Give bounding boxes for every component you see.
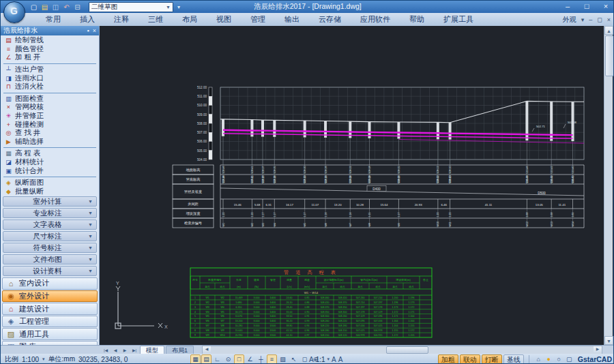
sidebar-item[interactable]: ✳井管修正	[1, 112, 99, 121]
quick-props-icon[interactable]: ◻	[299, 354, 310, 364]
scroll-down-icon[interactable]: ▼	[604, 336, 613, 345]
ribbon-tab-4[interactable]: 三维	[138, 13, 173, 26]
ribbon-tab-9[interactable]: 云存储	[309, 13, 351, 26]
close-button[interactable]: ×	[600, 1, 612, 12]
app-logo-icon[interactable]	[3, 1, 25, 23]
toggle-基线[interactable]: 基线	[503, 354, 524, 364]
horizontal-scrollbar[interactable]: ◀ ▶	[202, 346, 602, 354]
vertical-scrollbar[interactable]: ▲ ▼	[604, 26, 613, 345]
undo-icon[interactable]: ↶	[62, 3, 71, 12]
save-icon[interactable]: ◫	[51, 3, 60, 12]
select-cycling-icon[interactable]: ↖	[289, 354, 299, 364]
mode-button[interactable]: ◈工程管理	[2, 316, 98, 328]
doc-close-button[interactable]: ×	[607, 16, 611, 23]
annotation-visibility-icon[interactable]: A	[332, 356, 336, 363]
ribbon-tab-1[interactable]: 常用	[36, 13, 70, 26]
clean-screen-icon[interactable]: ▢	[565, 355, 574, 364]
toggle-联动[interactable]: 联动	[460, 354, 480, 364]
sidebar-group-尺寸标注[interactable]: 尺寸标注▼	[3, 231, 97, 241]
ribbon-tab-10[interactable]: 应用软件	[351, 13, 400, 26]
new-file-icon[interactable]: ▢	[29, 3, 38, 12]
ribbon-tab-7[interactable]: 管理	[241, 13, 275, 26]
open-file-icon[interactable]: ▤	[40, 3, 49, 12]
layout-nav-icon[interactable]: ◀	[111, 348, 119, 352]
workspace-switch-icon[interactable]: ⌂	[534, 355, 543, 364]
tab-layout1[interactable]: 布局1	[166, 346, 194, 354]
osnap-icon[interactable]: □	[234, 354, 244, 364]
scroll-left-icon[interactable]: ◀	[203, 346, 211, 352]
maximize-button[interactable]: □	[581, 1, 593, 12]
sync-cloud-icon[interactable]: ○	[555, 355, 564, 364]
dyn-input-icon[interactable]: ┼	[256, 354, 266, 364]
workspace-combobox[interactable]: 二维草图 ▼	[89, 2, 173, 12]
transparency-icon[interactable]: ▨	[278, 354, 288, 364]
drawing-canvas[interactable]: 512.00511.00510.00509.00508.00507.00506.…	[100, 26, 605, 345]
sidebar-group-文字表格[interactable]: 文字表格▼	[3, 219, 97, 230]
sidebar-item[interactable]: ◨连雨水口	[1, 74, 99, 82]
toolbar-options-icon[interactable]: ▾	[177, 4, 180, 10]
sidebar-item[interactable]: ▦高 程 表	[1, 149, 99, 158]
annotation-auto-icon[interactable]: A	[338, 356, 343, 363]
mode-button[interactable]: ⌂建筑设计	[2, 303, 98, 315]
mode-button[interactable]: ◉室外设计	[2, 290, 98, 303]
ribbon-tab-5[interactable]: 布局	[173, 13, 207, 26]
doc-restore-button[interactable]: ◻	[597, 16, 602, 23]
ribbon-tab-3[interactable]: 注释	[104, 13, 138, 26]
minimize-button[interactable]: –	[561, 1, 574, 12]
vertical-scroll-thumb[interactable]	[605, 35, 614, 76]
sidebar-item[interactable]: ▣统计合并	[1, 166, 99, 175]
sidebar-item[interactable]: ┴连出户管	[1, 65, 99, 74]
sidebar-item[interactable]: ≡颜色管径	[1, 45, 99, 54]
grid-icon[interactable]: ▦	[190, 354, 201, 364]
sidebar-group-符号标注[interactable]: 符号标注▼	[3, 243, 97, 253]
tab-model[interactable]: 模型	[140, 346, 164, 354]
appearance-menu[interactable]: 外观	[563, 15, 576, 25]
layout-nav-icon[interactable]: |◀	[102, 348, 110, 352]
sidebar-item[interactable]: +碰撞检测	[1, 120, 99, 129]
ribbon-tab-6[interactable]: 视图	[207, 13, 241, 26]
scroll-up-icon[interactable]: ▲	[604, 26, 613, 35]
sidebar-item[interactable]: ⊓连消火栓	[1, 82, 99, 91]
lineweight-icon[interactable]: ≡	[267, 354, 277, 364]
ribbon-tab-12[interactable]: 扩展工具	[434, 13, 483, 26]
ortho-icon[interactable]: ∟	[212, 354, 222, 364]
sidebar-item[interactable]: ◪材料统计	[1, 158, 99, 167]
toggle-打断[interactable]: 打断	[482, 354, 502, 364]
toggle-加粗[interactable]: 加粗	[438, 354, 458, 364]
sidebar-group-室外计算[interactable]: 室外计算▼	[3, 196, 97, 207]
sidebar-item[interactable]: ◈纵断面图	[1, 179, 99, 187]
mode-button[interactable]: ▨通用工具	[2, 328, 98, 340]
pin-icon[interactable]: ▪	[87, 27, 89, 34]
layout-nav-icon[interactable]: ▶|	[130, 348, 138, 352]
sidebar-item-label: 批量纵断	[15, 187, 44, 196]
otrack-icon[interactable]: ∠	[245, 354, 255, 364]
sidebar-group-设计资料[interactable]: 设计资料▼	[3, 266, 97, 276]
sidebar-item[interactable]: ▤绘制管线	[1, 36, 99, 45]
svg-text:3.68: 3.68	[551, 213, 553, 217]
horizontal-scroll-thumb[interactable]	[386, 346, 428, 354]
sidebar-item[interactable]: ▥图面检查	[1, 95, 99, 104]
sidebar-item[interactable]: ∠加 粗 开	[1, 53, 99, 62]
snap-icon[interactable]: ▤	[201, 354, 211, 364]
sidebar-item[interactable]: ◎查 找 井	[1, 129, 99, 138]
sidebar-item[interactable]: ▶辅助选择	[1, 138, 99, 147]
svg-text:507.214: 507.214	[374, 297, 383, 299]
doc-minimize-button[interactable]: –	[589, 16, 592, 23]
layout-nav-icon[interactable]: ▶	[121, 348, 129, 352]
sidebar-group-文件布图[interactable]: 文件布图▼	[3, 254, 97, 264]
sidebar-item[interactable]: ◆批量纵断	[1, 187, 99, 196]
mode-button[interactable]: ⌂室内设计	[2, 277, 98, 290]
scale-value[interactable]: 1:100	[22, 356, 39, 363]
sidebar-item[interactable]: ×管网校核	[1, 103, 99, 112]
scroll-right-icon[interactable]: ▶	[594, 346, 602, 352]
close-icon[interactable]: ×	[93, 27, 96, 34]
polar-icon[interactable]: ⊙	[223, 354, 233, 364]
ribbon-tab-8[interactable]: 输出	[275, 13, 309, 26]
sidebar-group-专业标注[interactable]: 专业标注▼	[3, 208, 97, 218]
ribbon-tab-2[interactable]: 插入	[70, 13, 104, 26]
annotation-icon[interactable]: A	[309, 356, 314, 363]
hint-bulb-icon[interactable]: ●	[544, 355, 553, 364]
annotation-scale-value[interactable]: 1:1	[316, 356, 325, 363]
ribbon-tab-11[interactable]: 帮助	[400, 13, 434, 26]
print-icon[interactable]: ⊟	[73, 3, 82, 12]
